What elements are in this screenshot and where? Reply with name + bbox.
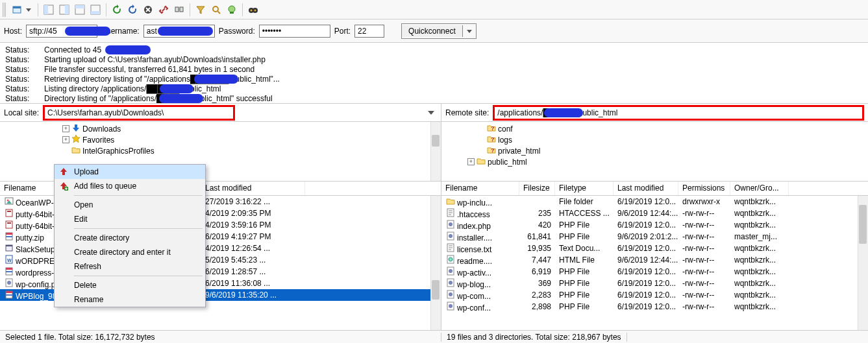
svg-text:?: ? (491, 125, 495, 132)
disconnect-icon[interactable] (156, 3, 171, 17)
tree-label: logs (498, 136, 512, 145)
tree-node[interactable]: ?private_html (445, 145, 864, 156)
reconnect-icon[interactable] (172, 3, 186, 17)
file-cell: PHP File (555, 267, 614, 276)
remote-file-list[interactable]: wp-inclu...File folder6/19/2019 12:0...d… (441, 196, 868, 330)
svg-rect-13 (175, 7, 179, 12)
site-manager-icon[interactable] (10, 3, 24, 17)
rar-icon (4, 290, 14, 299)
php-icon (445, 231, 456, 241)
menu-item-upload[interactable]: Upload (55, 165, 205, 179)
svg-rect-6 (65, 5, 69, 14)
expand-toggle[interactable]: + (62, 125, 69, 132)
menu-item-label: Create directory and enter it (74, 248, 171, 257)
remote-list-header[interactable]: FilenameFilesizeFiletypeLast modifiedPer… (441, 182, 868, 196)
local-site-dropdown[interactable] (425, 110, 437, 116)
column-header[interactable]: Filesize (519, 182, 555, 195)
tree-label: private_html (498, 147, 540, 156)
file-row[interactable]: readme....7,447HTML File9/6/2019 12:44:.… (441, 254, 868, 266)
toggle-remote-tree-icon[interactable] (57, 3, 71, 17)
refresh-icon[interactable] (110, 3, 124, 17)
svg-line-12 (162, 8, 165, 11)
local-site-label: Local site: (4, 108, 39, 117)
cancel-icon[interactable] (141, 3, 155, 17)
local-tree-scrollbar[interactable] (430, 122, 441, 181)
file-cell: 19,935 (519, 244, 555, 253)
file-cell: HTML File (555, 255, 614, 265)
column-header[interactable]: Last modified (614, 182, 678, 195)
log-label: Status: (5, 75, 44, 84)
filter-icon[interactable] (193, 3, 208, 17)
file-row[interactable]: index.php420PHP File6/19/2019 12:0...-rw… (441, 219, 868, 231)
local-status-text: Selected 1 file. Total size: 16,172,732 … (0, 333, 441, 342)
menu-separator (74, 276, 203, 276)
file-row[interactable]: wp-com...2,283PHP File6/19/2019 12:0...-… (441, 289, 868, 301)
svg-marker-2 (26, 8, 31, 12)
expand-toggle[interactable]: + (62, 136, 69, 143)
search-icon[interactable] (209, 3, 223, 17)
process-queue-icon[interactable] (125, 3, 140, 17)
menu-item-refresh[interactable]: Refresh (55, 259, 205, 274)
port-label: Port: (334, 27, 351, 36)
menu-item-label: Upload (74, 167, 99, 176)
menu-item-create-directory[interactable]: Create directory (55, 231, 205, 245)
compare-icon[interactable] (225, 3, 239, 17)
tree-node[interactable]: +Favorites (4, 134, 437, 145)
tree-node[interactable]: +public_html (445, 156, 864, 167)
file-cell: 5/2019 5:45:23 ... (201, 255, 305, 265)
file-row[interactable]: .htaccess235HTACCESS ...9/6/2019 12:44:.… (441, 207, 868, 219)
file-row[interactable]: license.txt19,935Text Docu...6/19/2019 1… (441, 242, 868, 254)
file-cell: wqntbkzrk... (730, 197, 789, 206)
password-input[interactable] (259, 25, 330, 38)
svg-point-60 (449, 234, 453, 238)
file-row[interactable]: wp-activ...6,919PHP File6/19/2019 12:0..… (441, 266, 868, 278)
port-input[interactable] (354, 25, 384, 38)
site-manager-dropdown[interactable] (23, 7, 34, 12)
tree-node[interactable]: ?conf (445, 123, 864, 134)
quickconnect-button[interactable]: Quickconnect (402, 25, 463, 37)
expand-toggle[interactable]: + (467, 158, 475, 165)
svg-rect-4 (44, 5, 48, 14)
php-icon (445, 220, 456, 229)
remote-tree[interactable]: ?conf?logs?private_html+public_html (441, 122, 868, 182)
column-header[interactable]: Filename (441, 182, 519, 195)
svg-marker-76 (60, 168, 67, 175)
remote-list-scrollbar[interactable] (858, 196, 868, 330)
column-header[interactable]: Filetype (555, 182, 614, 195)
menu-item-rename[interactable]: Rename (55, 292, 205, 307)
file-cell: 4/2019 12:26:54 ... (201, 244, 305, 253)
svg-rect-10 (91, 11, 100, 14)
menu-item-create-directory-and-enter-it[interactable]: Create directory and enter it (55, 245, 205, 259)
file-row[interactable]: installer....61,841PHP File9/6/2019 2:01… (441, 231, 868, 242)
file-row[interactable]: wp-conf...2,898PHP File6/19/2019 12:0...… (441, 301, 868, 313)
menu-item-open[interactable]: Open (55, 198, 205, 212)
file-cell: wqntbkzrk... (730, 267, 789, 276)
svg-rect-43 (6, 268, 12, 270)
file-cell: readme.... (441, 255, 519, 266)
file-row[interactable]: wp-inclu...File folder6/19/2019 12:0...d… (441, 196, 868, 207)
file-cell: PHP File (555, 302, 614, 311)
quickconnect-dropdown[interactable] (463, 24, 476, 38)
column-header[interactable]: Permissions (678, 182, 730, 195)
column-header[interactable]: Last modified (201, 182, 305, 195)
local-list-scrollbar[interactable] (430, 196, 441, 330)
column-header[interactable]: Owner/Gro... (730, 182, 789, 195)
menu-item-edit[interactable]: Edit (55, 212, 205, 226)
menu-item-add-files-to-queue[interactable]: Add files to queue (55, 179, 205, 193)
toggle-local-tree-icon[interactable] (42, 3, 56, 17)
tree-node[interactable]: IntelGraphicsProfiles (4, 145, 437, 156)
svg-rect-19 (230, 12, 234, 14)
svg-rect-44 (6, 271, 12, 272)
tree-node[interactable]: +Downloads (4, 123, 437, 134)
file-cell: PHP File (555, 232, 614, 241)
file-cell: license.txt (441, 243, 519, 254)
toggle-queue-icon[interactable] (88, 3, 103, 17)
local-site-input[interactable] (43, 105, 234, 121)
file-cell: -rw-rw-r-- (678, 220, 730, 230)
toggle-log-icon[interactable] (73, 3, 87, 17)
binoculars-icon[interactable] (246, 3, 260, 17)
file-cell: wqntbkzrk... (730, 302, 789, 311)
file-row[interactable]: wp-blog...369PHP File6/19/2019 12:0...-r… (441, 278, 868, 289)
menu-item-delete[interactable]: Delete (55, 278, 205, 292)
tree-node[interactable]: ?logs (445, 134, 864, 145)
